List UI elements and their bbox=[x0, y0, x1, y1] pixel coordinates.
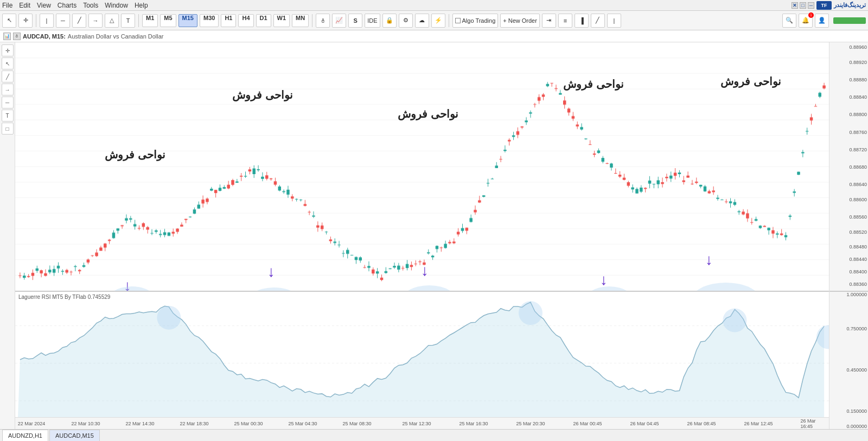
bar-chart-btn[interactable]: ▐ bbox=[575, 14, 589, 28]
chart-icon: 📊 bbox=[3, 33, 11, 40]
price-label: 0.88960 bbox=[849, 44, 867, 50]
algo-trading-btn[interactable]: Algo Trading bbox=[452, 14, 499, 28]
indicator-canvas bbox=[15, 292, 829, 417]
time-label: 25 Mar 20:30 bbox=[516, 421, 545, 426]
status-tab-audcad[interactable]: AUDCAD,M15 bbox=[49, 430, 100, 442]
indicator-price-label: 0.750000 bbox=[846, 326, 867, 331]
hline-lt-btn[interactable]: ─ bbox=[2, 97, 14, 108]
s-btn[interactable]: S bbox=[348, 14, 362, 28]
chart-description: Australian Dollar vs Canadian Dollar bbox=[68, 33, 164, 40]
tf-m5[interactable]: M5 bbox=[160, 14, 176, 27]
tf-logo-icon: TF bbox=[816, 1, 832, 10]
main-price-chart[interactable]: نواحی فروش نواحی فروش نواحی فروش نواحی ف… bbox=[15, 42, 829, 292]
chart-type-btn[interactable]: 🕯 bbox=[316, 14, 330, 28]
down-arrow-3: ↓ bbox=[421, 262, 429, 279]
price-label: 0.88560 bbox=[849, 214, 867, 220]
chart-container: ✛ ↖ ╱ → ─ T □ نواحی فروش نواحی فروش نواح… bbox=[0, 42, 868, 429]
cloud-btn[interactable]: ☁ bbox=[415, 14, 429, 28]
search-btn[interactable]: 🔍 bbox=[782, 14, 796, 28]
maximize-button[interactable]: □ bbox=[800, 2, 806, 9]
sell-zone-5: نواحی فروش bbox=[720, 75, 781, 88]
horizontal-line-tool[interactable]: ─ bbox=[56, 14, 70, 28]
settings-btn[interactable]: ⚙ bbox=[399, 14, 413, 28]
price-axis-main: 0.889600.889200.888800.888400.888000.887… bbox=[829, 42, 868, 292]
tf-w1[interactable]: W1 bbox=[273, 14, 290, 27]
down-arrow-2: ↓ bbox=[267, 263, 275, 280]
indicator-chart[interactable]: Laguerre RSI MT5 By TFlab 0.745529 bbox=[15, 292, 829, 417]
time-label: 25 Mar 16:30 bbox=[459, 421, 488, 426]
profile-btn[interactable]: 👤 bbox=[815, 14, 829, 28]
left-tools-panel: ✛ ↖ ╱ → ─ T □ bbox=[0, 42, 15, 429]
ray-lt-btn[interactable]: → bbox=[2, 84, 14, 95]
text-lt-btn[interactable]: T bbox=[2, 110, 14, 122]
new-order-icon: + bbox=[503, 17, 506, 24]
price-label: 0.88600 bbox=[849, 197, 867, 202]
status-tab-audnzd[interactable]: AUDNZD,H1 bbox=[2, 430, 48, 442]
chart-type-icon: 🕯 bbox=[13, 33, 21, 40]
price-label: 0.88680 bbox=[849, 164, 867, 170]
sell-zone-4: نواحی فروش bbox=[563, 78, 624, 91]
vertical-line-tool[interactable]: | bbox=[40, 14, 54, 28]
chart-shift-btn[interactable]: ⇥ bbox=[542, 14, 556, 28]
menu-view[interactable]: View bbox=[37, 2, 51, 9]
menu-help[interactable]: Help bbox=[135, 2, 148, 9]
time-axis: 22 Mar 202422 Mar 10:3022 Mar 14:3022 Ma… bbox=[15, 417, 829, 429]
text-tool[interactable]: T bbox=[121, 14, 135, 28]
menu-window[interactable]: Window bbox=[105, 2, 128, 9]
menu-file[interactable]: File bbox=[2, 2, 12, 9]
algo-trading-label: Algo Trading bbox=[462, 17, 496, 24]
price-axis-indicator: 1.0000000.7500000.4500000.1500000.000000 bbox=[829, 292, 868, 429]
indicator-price-label: 1.000000 bbox=[846, 292, 867, 297]
tf-logo-text: تریدینگ‌فایندر bbox=[834, 2, 866, 9]
price-label: 0.88880 bbox=[849, 77, 867, 82]
indicator-label: Laguerre RSI MT5 By TFlab 0.745529 bbox=[18, 294, 110, 300]
tf-m15[interactable]: M15 bbox=[178, 14, 197, 27]
arrow-tool[interactable]: → bbox=[88, 14, 103, 28]
price-label: 0.88920 bbox=[849, 60, 867, 65]
menu-edit[interactable]: Edit bbox=[19, 2, 30, 9]
cursor-lt-btn[interactable]: ↖ bbox=[2, 57, 14, 69]
cursor-tool[interactable]: ↖ bbox=[2, 14, 16, 28]
line-lt-btn[interactable]: ╱ bbox=[2, 71, 14, 82]
status-bar: AUDNZD,H1 AUDCAD,M15 bbox=[0, 429, 868, 441]
sell-zone-3: نواحی فروش bbox=[398, 107, 458, 120]
zoom-in-btn[interactable]: | bbox=[607, 14, 621, 28]
line-chart-btn[interactable]: ╱ bbox=[591, 14, 605, 28]
tester-btn[interactable]: ⚡ bbox=[431, 14, 445, 28]
trend-line-tool[interactable]: ╱ bbox=[72, 14, 86, 28]
indicators-btn[interactable]: 📈 bbox=[332, 14, 346, 28]
notifications-btn[interactable]: 🔔 1 bbox=[799, 14, 813, 28]
tf-m30[interactable]: M30 bbox=[200, 14, 219, 27]
shapes-tool[interactable]: △ bbox=[105, 14, 119, 28]
algo-trading-checkbox bbox=[455, 18, 461, 23]
time-label: 22 Mar 14:30 bbox=[125, 421, 154, 426]
tf-d1[interactable]: D1 bbox=[256, 14, 271, 27]
tf-mn[interactable]: MN bbox=[292, 14, 309, 27]
ide-btn[interactable]: IDE bbox=[365, 14, 380, 28]
minimize-button[interactable]: ─ bbox=[808, 2, 814, 9]
menu-bar: File Edit View Charts Tools Window Help … bbox=[0, 0, 868, 11]
close-button[interactable]: ✕ bbox=[792, 2, 798, 9]
crosshair-tool[interactable]: ✛ bbox=[18, 14, 33, 28]
tf-h1[interactable]: H1 bbox=[221, 14, 236, 27]
lock-btn[interactable]: 🔒 bbox=[382, 14, 397, 28]
price-label: 0.88480 bbox=[849, 244, 867, 250]
menu-charts[interactable]: Charts bbox=[58, 2, 76, 9]
crosshair-lt-btn[interactable]: ✛ bbox=[2, 44, 14, 56]
down-arrow-5: ↓ bbox=[705, 251, 713, 269]
time-label: 25 Mar 00:30 bbox=[234, 421, 263, 426]
menu-tools[interactable]: Tools bbox=[83, 2, 98, 9]
new-order-btn[interactable]: + New Order bbox=[500, 14, 540, 28]
tf-m1[interactable]: M1 bbox=[142, 14, 158, 27]
price-label: 0.88520 bbox=[849, 229, 867, 235]
tf-h4[interactable]: H4 bbox=[238, 14, 253, 27]
time-label: 26 Mar 08:45 bbox=[687, 421, 716, 426]
indicator-price-label: 0.150000 bbox=[846, 408, 867, 414]
price-axis: 0.889600.889200.888800.888400.888000.887… bbox=[829, 42, 868, 429]
toolbar-sep-1 bbox=[36, 14, 36, 27]
time-label: 25 Mar 12:30 bbox=[402, 421, 431, 426]
autoscroll-btn[interactable]: ≡ bbox=[558, 14, 572, 28]
price-label: 0.88360 bbox=[849, 282, 867, 287]
tf-logo-area: تریدینگ‌فایندر TF ─ □ ✕ bbox=[787, 1, 866, 10]
rect-lt-btn[interactable]: □ bbox=[2, 123, 14, 135]
